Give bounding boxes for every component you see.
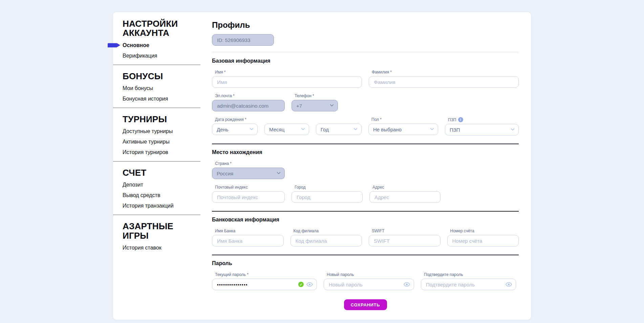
- birth-month-label: [264, 117, 309, 122]
- password-heading: Пароль: [212, 260, 519, 266]
- sidebar-divider: [113, 215, 200, 215]
- account-number-group: Номер счёта: [447, 229, 519, 246]
- chevron-down-icon: [511, 127, 514, 131]
- sidebar-item-bonus-history[interactable]: Бонусная история: [123, 96, 200, 102]
- new-password-label: Новый пароль: [324, 272, 414, 277]
- sidebar-item-main[interactable]: Основное: [123, 43, 200, 48]
- bank-name-input[interactable]: [212, 235, 284, 246]
- city-label: Город: [292, 185, 363, 190]
- sidebar-item-label: Верификация: [123, 53, 157, 59]
- branch-code-input[interactable]: [291, 235, 362, 246]
- sidebar-divider: [113, 65, 200, 65]
- birth-month-select[interactable]: Месяц: [264, 124, 309, 135]
- sidebar-item-label: Бонусная история: [123, 96, 168, 102]
- city-input[interactable]: [292, 191, 363, 203]
- account-number-input[interactable]: [447, 235, 519, 246]
- section-divider: [212, 144, 519, 144]
- bank-name-group: Имя Банка: [212, 229, 284, 246]
- sidebar-heading-gambling: АЗАРТНЫЕ ИГРЫ: [123, 222, 200, 240]
- sidebar-item-tournament-history[interactable]: История турниров: [123, 150, 200, 155]
- gender-select[interactable]: Не выбрано: [368, 124, 438, 135]
- sidebar-item-label: Депозит: [123, 182, 143, 188]
- info-icon[interactable]: i: [458, 117, 463, 122]
- swift-group: SWIFT: [369, 229, 441, 246]
- swift-label: SWIFT: [369, 229, 441, 233]
- country-label: Страна *: [212, 161, 285, 166]
- birth-year-group: Год: [316, 117, 362, 135]
- first-name-input[interactable]: [212, 76, 362, 88]
- address-input[interactable]: [369, 191, 441, 203]
- pep-label: ПЗП: [448, 117, 456, 122]
- sidebar-item-withdrawal[interactable]: Вывод средств: [123, 193, 200, 198]
- gender-label: Пол *: [368, 117, 438, 122]
- sidebar-item-my-bonuses[interactable]: Мои бонусы: [123, 86, 200, 91]
- bank-name-label: Имя Банка: [212, 229, 284, 233]
- sidebar-item-label: Мои бонусы: [123, 85, 153, 91]
- sidebar-item-available-tournaments[interactable]: Доступные турниры: [123, 129, 200, 134]
- sidebar-item-label: Основное: [123, 42, 149, 48]
- last-name-input[interactable]: [369, 76, 519, 88]
- branch-code-group: Код филиала: [291, 229, 362, 246]
- postal-label: Почтовый индекс: [212, 185, 285, 190]
- toggle-password-visibility-eye-icon[interactable]: [506, 282, 512, 287]
- chevron-down-icon: [277, 171, 280, 174]
- postal-input[interactable]: [212, 191, 285, 203]
- birth-date-label: Дата рождения *: [212, 117, 258, 122]
- sidebar-item-bet-history[interactable]: История ставок: [123, 245, 200, 251]
- pep-select[interactable]: ПЗП: [445, 124, 519, 135]
- country-group: Страна * Россия: [212, 161, 285, 179]
- chevron-down-icon: [330, 103, 334, 107]
- sidebar-item-verification[interactable]: Верификация: [123, 53, 200, 59]
- sidebar-heading-account-settings: НАСТРОЙКИ АККАУНТА: [123, 19, 200, 38]
- save-button[interactable]: СОХРАНИТЬ: [344, 299, 387, 310]
- bank-info-heading: Банковская информация: [212, 217, 519, 223]
- sidebar-item-active-tournaments[interactable]: Активные турниры: [123, 139, 200, 145]
- section-divider: [212, 211, 519, 212]
- last-name-label: Фамилия *: [369, 70, 519, 74]
- pep-value: ПЗП: [450, 127, 460, 133]
- first-name-group: Имя *: [212, 70, 362, 88]
- birth-month-group: Месяц: [264, 117, 309, 135]
- gender-group: Пол * Не выбрано: [368, 117, 438, 135]
- postal-group: Почтовый индекс: [212, 185, 285, 203]
- toggle-password-visibility-eye-icon[interactable]: [306, 282, 313, 287]
- phone-label: Телефон *: [292, 93, 338, 98]
- pep-label-row: ПЗП i: [445, 117, 519, 122]
- sidebar-divider: [113, 161, 200, 162]
- gender-value: Не выбрано: [373, 127, 402, 132]
- email-field: [212, 100, 285, 111]
- valid-check-icon: ✓: [298, 282, 304, 287]
- new-password-input[interactable]: [324, 279, 414, 290]
- address-group: Адрес: [369, 185, 441, 203]
- chevron-down-icon: [430, 127, 434, 130]
- birth-year-value: Год: [321, 127, 329, 132]
- birth-month-value: Месяц: [269, 127, 284, 132]
- phone-group: Телефон * +7: [292, 93, 338, 111]
- email-label: Эл.почта *: [212, 93, 285, 98]
- chevron-down-icon: [353, 127, 357, 130]
- birth-year-select[interactable]: Год: [316, 124, 362, 135]
- country-select: Россия: [212, 168, 285, 179]
- active-item-arrow-icon: [108, 43, 120, 47]
- pep-group: ПЗП i ПЗП: [445, 117, 519, 135]
- sidebar-item-label: История ставок: [123, 245, 162, 251]
- chevron-down-icon: [250, 127, 253, 130]
- sidebar-item-transaction-history[interactable]: История транзакций: [123, 203, 200, 209]
- swift-input[interactable]: [369, 235, 441, 246]
- sidebar-item-label: Вывод средств: [123, 192, 160, 198]
- account-settings-card: НАСТРОЙКИ АККАУНТА Основное Верификация …: [113, 12, 531, 320]
- player-id-field: [212, 34, 274, 46]
- current-password-group: Текущий пароль * ✓: [212, 272, 317, 290]
- sidebar-item-label: Доступные турниры: [123, 128, 173, 134]
- birth-year-label: [316, 117, 362, 122]
- sidebar-heading-tournaments: ТУРНИРЫ: [123, 115, 200, 124]
- confirm-password-label: Подтвердите пароль: [421, 272, 516, 277]
- sidebar-item-label: История турниров: [123, 149, 168, 155]
- branch-code-label: Код филиала: [291, 229, 362, 233]
- chevron-down-icon: [301, 127, 305, 130]
- sidebar-item-deposit[interactable]: Депозит: [123, 182, 200, 188]
- sidebar: НАСТРОЙКИ АККАУНТА Основное Верификация …: [113, 12, 200, 320]
- toggle-password-visibility-eye-icon[interactable]: [404, 282, 410, 287]
- birth-day-select[interactable]: День: [212, 124, 258, 135]
- confirm-password-input[interactable]: [421, 279, 516, 290]
